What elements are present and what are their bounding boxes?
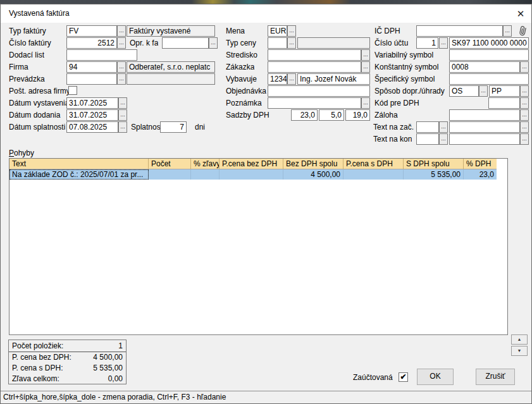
text-na-zac-input[interactable] [416,121,439,133]
column-header-pocet[interactable]: Počet [149,159,191,169]
stredisko-ellipsis-button[interactable]: ... [361,49,370,61]
vybavuje-ellipsis-button[interactable]: ... [287,73,296,85]
datum-vystavenia-input[interactable]: 31.07.2025 [66,97,118,109]
zakazka-ellipsis-button[interactable]: ... [361,61,370,73]
typ-faktury-linked-text: Faktúry vystavené [127,25,215,37]
close-icon[interactable]: ✕ [511,6,530,21]
sposob-uhrady-ellipsis-button[interactable]: ... [520,85,529,97]
column-header-pcena-s-dph[interactable]: P.cena s DPH [343,159,404,169]
text-na-kon-text-input[interactable] [449,133,520,145]
konstantny-symbol-input[interactable]: 0008 [449,61,520,73]
table-row-cell-pct-dph[interactable]: 23,0 [464,169,497,180]
table-row-cell-s-dph-spolu[interactable]: 5 535,00 [404,169,464,180]
datum-splatnosti-input[interactable]: 07.08.2025 [66,121,118,133]
datum-splatnosti-ellipsis-button[interactable]: ... [118,121,127,133]
table-row-cell-text[interactable]: Na základe ZOD č.: 2025/07/01 za pr... [9,169,149,180]
table-row-cell-zlavy[interactable] [191,169,220,180]
stredisko-input[interactable] [268,49,361,61]
konstantny-symbol-ellipsis-button[interactable]: ... [520,61,529,73]
zauctovana-label: Zaúčtovaná [353,372,393,383]
sadzba-dph-2-input[interactable]: 5,0 [319,109,344,121]
prevadzka-ellipsis-button[interactable]: ... [117,73,126,85]
mena-input[interactable]: EUR [268,25,287,37]
kod-pre-dph-input[interactable] [488,97,520,109]
variabilny-symbol-input[interactable] [449,49,529,61]
cislo-uctu-ellipsis-button[interactable]: ... [439,37,448,49]
titlebar[interactable] [1,4,531,23]
column-header-pcena-bez-dph[interactable]: P.cena bez DPH [220,159,283,169]
typ-faktury-ellipsis-button[interactable]: ... [117,25,126,37]
sposob-uhrady-input[interactable]: PP [489,85,520,97]
paperclip-icon[interactable] [517,25,529,37]
move-row-down-button[interactable]: ▼ [511,346,528,356]
text-na-kon-text-ellipsis-button[interactable]: ... [520,133,529,145]
column-header-s-dph-spolu[interactable]: S DPH spolu [404,159,464,169]
zaloha-ellipsis-button[interactable]: ... [520,109,529,121]
dodaci-list-label: Dodací list [9,49,44,61]
table-row-cell-pcena-bez-dph[interactable] [220,169,283,180]
objednavka-input[interactable] [268,85,370,97]
dodaci-list-input[interactable] [66,49,137,61]
sadzba-dph-3-input[interactable]: 19,0 [345,109,370,121]
typ-ceny-ellipsis-button[interactable]: ... [287,37,296,49]
poznamka-ellipsis-button[interactable]: ... [361,97,370,109]
table-row-cell-bez-dph-spolu[interactable]: 4 500,00 [283,169,343,180]
zauctovana-checkbox[interactable]: ✔ [399,372,408,382]
specificky-symbol-input[interactable] [449,73,529,85]
opr-k-fa-ellipsis-button[interactable]: ... [209,37,218,49]
vybavuje-input[interactable]: 1234 [268,73,287,85]
mena-ellipsis-button[interactable]: ... [287,25,296,37]
prevadzka-input[interactable] [66,73,117,85]
arrow-down-icon: ▼ [517,348,522,353]
sposob-dopravy-ellipsis-button[interactable]: ... [479,85,488,97]
opr-k-fa-input[interactable] [162,37,209,49]
text-na-kon-ellipsis-button[interactable]: ... [439,133,448,145]
cancel-button[interactable]: Zrušiť [476,369,515,385]
cislo-uctu-input[interactable]: 1 [416,37,438,49]
table-row-cell-pocet[interactable] [149,169,191,180]
column-header-text[interactable]: Text [9,159,149,169]
text-na-zac-text-input[interactable] [449,121,520,133]
variabilny-symbol-label: Variabilný symbol [374,49,448,61]
ok-button[interactable]: OK [417,369,454,385]
column-header-pct-dph[interactable]: % DPH [464,159,497,169]
splatnost-input[interactable]: 7 [160,121,187,133]
text-na-kon-input[interactable] [416,133,439,145]
mena-label: Mena [226,25,245,37]
column-header-bez-dph-spolu[interactable]: Bez DPH spolu [283,159,343,169]
checkmark-icon: ✔ [400,372,406,381]
sadzba-dph-1-input[interactable]: 23,0 [291,109,318,121]
column-header-zlavy[interactable]: % zľavy [191,159,220,169]
ic-dph-ellipsis-button[interactable]: ... [503,25,512,37]
summary-label: Zľava celkom: [12,374,59,384]
text-na-zac-ellipsis-button[interactable]: ... [439,121,448,133]
summary-row-pocet-poloziek: Počet položiek: 1 [9,341,126,352]
kod-pre-dph-ellipsis-button[interactable]: ... [520,97,529,109]
move-row-up-button[interactable]: ▲ [511,334,528,345]
zaloha-input[interactable] [449,109,520,121]
pohyby-table[interactable] [9,158,508,335]
pohyby-label: Pohyby [9,147,34,159]
ic-dph-input[interactable] [416,25,503,37]
prevadzka-label: Prevádzka [9,73,45,85]
summary-row-zlava-celkom: Zľava celkom: 0,00 [9,374,126,384]
cislo-faktury-input[interactable]: 2512 [66,37,117,49]
typ-faktury-input[interactable]: FV [66,25,117,37]
poznamka-input[interactable] [268,97,361,109]
datum-vystavenia-ellipsis-button[interactable]: ... [118,97,127,109]
sposob-dopravy-label: Spôsob dopr./úhrady [374,85,449,97]
text-na-zac-text-ellipsis-button[interactable]: ... [520,121,529,133]
text-na-kon-label: Text na kon [373,133,412,145]
post-adresa-checkbox[interactable] [68,86,77,95]
sadzby-dph-label: Sadzby DPH [226,109,269,121]
sposob-dopravy-input[interactable]: OS [449,85,479,97]
firma-ellipsis-button[interactable]: ... [117,61,126,73]
datum-dodania-input[interactable]: 31.07.2025 [66,109,118,121]
firma-input[interactable]: 94 [66,61,117,73]
zakazka-input[interactable] [268,61,361,73]
summary-row-pcena-s-dph: P. cena s DPH: 5 535,00 [9,363,126,374]
datum-dodania-ellipsis-button[interactable]: ... [118,109,127,121]
table-row-cell-pcena-s-dph[interactable] [343,169,404,180]
typ-ceny-input[interactable] [268,37,287,49]
cislo-faktury-ellipsis-button[interactable]: ... [117,37,126,49]
